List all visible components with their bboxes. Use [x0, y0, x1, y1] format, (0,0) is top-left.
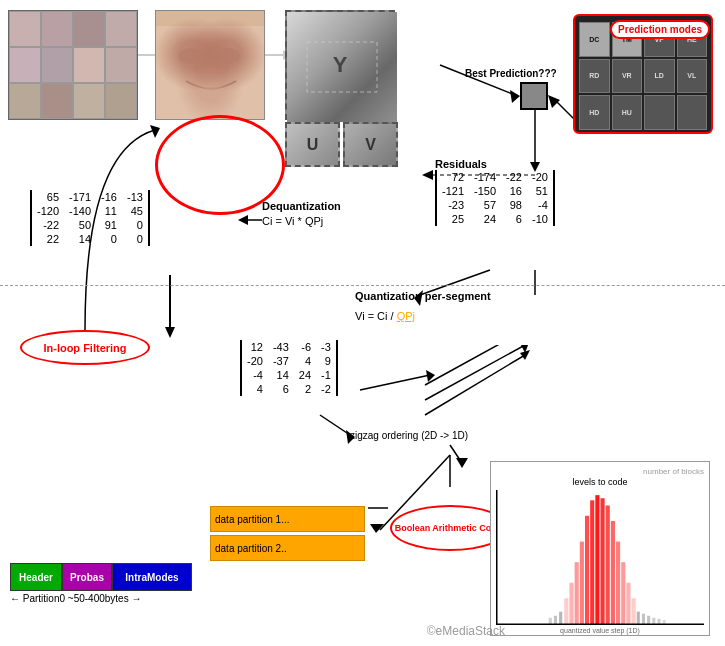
data-partition-boxes: data partition 1... data partition 2.. — [210, 506, 365, 561]
chart-area: number of blocks levels to code — [490, 461, 710, 636]
svg-rect-44 — [601, 498, 605, 624]
svg-rect-59 — [652, 618, 655, 624]
face-image — [155, 10, 265, 120]
intramodes-box: IntraModes — [112, 563, 192, 591]
divider-line — [0, 285, 725, 286]
svg-rect-42 — [590, 500, 594, 624]
yuv-container: Y U V — [285, 10, 435, 165]
pred-cell-vr: VR — [612, 59, 643, 94]
svg-rect-49 — [626, 583, 630, 624]
pred-cell-hd: HD — [579, 95, 610, 130]
selector-box — [520, 82, 548, 110]
svg-rect-58 — [647, 616, 650, 624]
pred-cell-ld: LD — [644, 59, 675, 94]
img-cell — [41, 83, 73, 119]
svg-rect-63 — [554, 616, 557, 624]
svg-rect-51 — [585, 516, 589, 624]
img-cell — [105, 83, 137, 119]
matrix-dequant: 65 -171 -16 -13 -120 -140 11 45 -22 50 9… — [30, 190, 150, 246]
svg-marker-11 — [456, 458, 468, 468]
img-cell — [105, 47, 137, 83]
svg-line-38 — [425, 345, 525, 385]
chart-top-label: number of blocks — [496, 467, 704, 476]
dequantization-label: Dequantization — [262, 200, 341, 212]
svg-line-36 — [425, 355, 525, 415]
bool-coder-label: Boolean Arithmetic Coder — [395, 523, 506, 533]
svg-rect-55 — [564, 598, 568, 624]
inloop-filtering-box: In-loop Filtering — [20, 330, 150, 365]
v-block: V — [343, 122, 398, 167]
chart-title: levels to code — [496, 477, 704, 487]
quantization-formula: Vi = Ci / QPj — [355, 310, 415, 322]
quant-formula-qpj: QPj — [397, 310, 415, 322]
svg-rect-45 — [606, 505, 610, 624]
svg-rect-47 — [616, 542, 620, 624]
best-prediction-label: Best Prediction??? — [465, 68, 557, 79]
dequantization-formula: Ci = Vi * QPj — [262, 215, 323, 227]
diagram-container: Y U V Prediction modes DC TM VP HE RD VR… — [0, 0, 725, 646]
svg-marker-15 — [165, 327, 175, 338]
img-cell — [41, 11, 73, 47]
svg-point-30 — [179, 48, 203, 64]
svg-rect-43 — [595, 495, 599, 624]
svg-rect-46 — [611, 521, 615, 624]
img-cell — [105, 11, 137, 47]
svg-marker-26 — [422, 170, 433, 180]
img-cell — [73, 47, 105, 83]
zigzag-diagram — [420, 345, 530, 425]
svg-marker-13 — [548, 95, 560, 108]
svg-rect-61 — [663, 620, 666, 624]
chart-inner — [496, 490, 704, 625]
svg-marker-24 — [238, 215, 248, 225]
svg-rect-50 — [632, 598, 636, 624]
data-partition-1: data partition 1... — [210, 506, 365, 532]
probas-box: Probas — [62, 563, 112, 591]
header-box: Header — [10, 563, 62, 591]
pred-cell-dc: DC — [579, 22, 610, 57]
u-block: U — [285, 122, 340, 167]
pred-cell-rd: RD — [579, 59, 610, 94]
svg-point-31 — [216, 48, 240, 64]
residuals-label: Residuals — [435, 158, 487, 170]
codec-boxes-container: Header Probas IntraModes — [10, 563, 192, 591]
matrix-residuals: 72 -174 -22 -20 -121 -150 16 51 -23 57 9… — [435, 170, 555, 226]
svg-line-37 — [425, 345, 525, 400]
svg-rect-64 — [549, 618, 552, 624]
svg-rect-57 — [642, 614, 645, 624]
matrix-quantized: 12 -43 -6 -3 -20 -37 4 9 -4 14 24 -1 4 6… — [240, 340, 338, 396]
svg-rect-60 — [657, 619, 660, 624]
pred-cell-hu: HU — [612, 95, 643, 130]
svg-rect-48 — [621, 562, 625, 624]
img-cell — [41, 47, 73, 83]
svg-rect-62 — [559, 612, 562, 624]
img-cell — [73, 83, 105, 119]
quantization-label: Quantization per-segment — [355, 290, 491, 302]
data-partition-2: data partition 2.. — [210, 535, 365, 561]
svg-rect-52 — [580, 542, 584, 624]
svg-marker-20 — [370, 524, 384, 533]
svg-rect-54 — [569, 583, 573, 624]
partition-label: ← Partition0 ~50-400bytes → — [10, 593, 141, 604]
svg-point-32 — [193, 41, 229, 91]
pred-cell-vl: VL — [677, 59, 708, 94]
svg-line-10 — [450, 445, 460, 460]
svg-marker-4 — [510, 90, 520, 103]
chart-x-label: quantized value step (1D) — [496, 627, 704, 634]
source-image-grid — [8, 10, 138, 120]
img-cell — [9, 11, 41, 47]
svg-line-8 — [320, 415, 350, 435]
pred-cell-empty2 — [677, 95, 708, 130]
img-cell — [9, 83, 41, 119]
svg-rect-56 — [637, 612, 640, 624]
zigzag-label: zigzag ordering (2D -> 1D) — [350, 430, 468, 441]
watermark: ©eMediaStack — [427, 624, 505, 638]
inloop-filtering-label: In-loop Filtering — [43, 342, 126, 354]
svg-marker-16 — [150, 125, 160, 138]
svg-rect-33 — [156, 11, 265, 26]
y-block: Y — [285, 10, 395, 120]
pred-cell-empty1 — [644, 95, 675, 130]
img-cell — [73, 11, 105, 47]
svg-rect-53 — [575, 562, 579, 624]
prediction-modes-label: Prediction modes — [610, 20, 710, 39]
svg-rect-29 — [156, 11, 265, 120]
